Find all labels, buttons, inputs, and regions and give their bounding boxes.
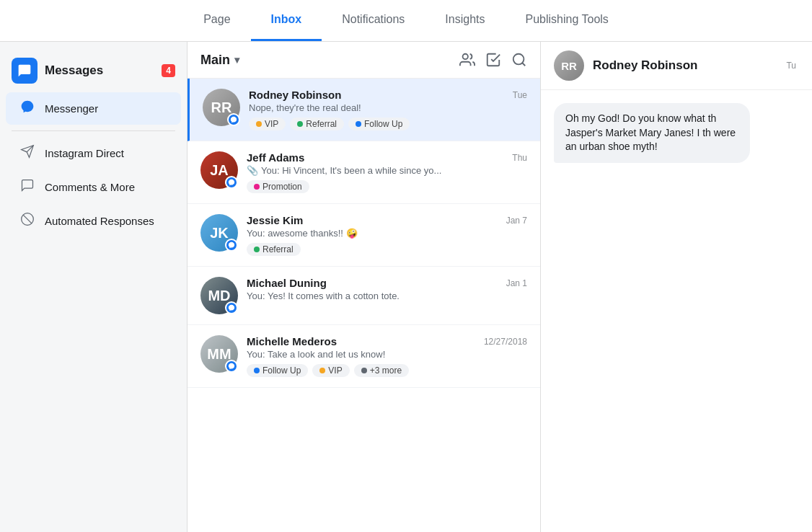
tag: VIP [249,118,286,130]
inbox-title[interactable]: Main ▾ [200,53,239,68]
conv-preview: You: awesome thanks!! 🤪 [247,228,527,239]
conv-preview: You: Yes! It comes with a cotton tote. [247,291,527,301]
sidebar-header: Messages 4 [0,50,187,91]
conv-name: Jeff Adams [247,151,304,164]
tag: Referral [290,118,344,130]
conv-name: Rodney Robinson [249,89,341,101]
search-icon-button[interactable] [511,52,527,68]
conv-content: Jessie Kim Jan 7 You: awesome thanks!! 🤪… [247,214,527,256]
tab-notifications[interactable]: Notifications [322,0,425,41]
messages-badge: 4 [162,64,175,77]
avatar-wrap: RR [203,89,240,126]
avatar-wrap: MM [200,335,238,373]
tab-page[interactable]: Page [183,0,250,41]
sidebar-divider [12,130,175,131]
sidebar-item-messenger[interactable]: Messenger [6,92,181,125]
conversation-item[interactable]: JK Jessie Kim Jan 7 You: awesome thanks!… [187,204,540,267]
people-icon-button[interactable] [459,52,475,68]
tag: Referral [247,243,301,256]
conv-time: Thu [512,153,527,163]
contact-avatar: RR [554,50,584,81]
conversation-item[interactable]: RR Rodney Robinson Tue Nope, they're the… [187,79,540,141]
conv-preview: 📎You: Hi Vincent, It's been a while sinc… [247,165,527,176]
messages-icon-box [12,58,37,84]
conv-tags: Referral [247,243,527,256]
messenger-icon [19,99,36,118]
sidebar: Messages 4 Messenger Instagram Direct Co… [0,42,187,532]
svg-line-3 [23,215,32,223]
tag: VIP [312,364,349,377]
avatar-wrap: MD [200,277,238,314]
conv-top: Michelle Mederos 12/27/2018 [247,335,527,347]
top-nav: PageInboxNotificationsInsightsPublishing… [0,0,812,42]
avatar-wrap: JA [200,151,238,189]
right-time-label: Tu [786,61,799,71]
tab-publishing-tools[interactable]: Publishing Tools [506,0,629,41]
tag: Promotion [247,180,309,193]
conv-top: Jeff Adams Thu [247,151,527,164]
tab-inbox[interactable]: Inbox [251,0,322,41]
check-icon-button[interactable] [485,52,501,68]
inbox-actions [459,52,527,68]
conv-time: 12/27/2018 [484,337,527,347]
conversation-list: RR Rodney Robinson Tue Nope, they're the… [187,79,540,532]
messages-area: Oh my God! Do you know what th Jasper's … [541,90,812,532]
conv-preview: You: Take a look and let us know! [247,349,527,360]
comments-more-icon [19,178,36,196]
sidebar-items: Messenger Instagram Direct Comments & Mo… [0,92,187,237]
contact-name: Rodney Robinson [593,58,697,73]
conversation-item[interactable]: MM Michelle Mederos 12/27/2018 You: Take… [187,325,540,388]
svg-point-5 [513,54,524,65]
sidebar-title: Messages [45,63,103,78]
tag: Follow Up [348,118,410,130]
right-panel: RR Rodney Robinson Tu Oh my God! Do you … [541,42,812,532]
messenger-badge-icon [227,113,240,126]
conv-time: Tue [513,90,527,100]
inbox-title-text: Main [200,53,230,68]
message-bubble: Oh my God! Do you know what th Jasper's … [554,103,750,163]
conv-tags: Promotion [247,180,527,193]
instagram-direct-label: Instagram Direct [45,147,124,159]
conv-name: Michelle Mederos [247,335,337,347]
inbox-header: Main ▾ [187,42,540,79]
conv-tags: Follow Up VIP +3 more [247,364,527,377]
avatar-wrap: JK [200,214,238,252]
conv-content: Rodney Robinson Tue Nope, they're the re… [249,89,527,130]
conv-content: Jeff Adams Thu 📎You: Hi Vincent, It's be… [247,151,527,193]
conv-tags: VIP Referral Follow Up [249,118,527,130]
tag: Follow Up [247,364,308,377]
sidebar-item-instagram-direct[interactable]: Instagram Direct [6,137,181,169]
sidebar-item-automated-responses[interactable]: Automated Responses [6,205,181,237]
right-panel-header: RR Rodney Robinson Tu [541,42,812,90]
messenger-badge-icon [225,301,238,314]
conv-name: Jessie Kim [247,214,303,226]
conversation-item[interactable]: JA Jeff Adams Thu 📎You: Hi Vincent, It's… [187,141,540,204]
instagram-direct-icon [19,144,36,162]
tab-insights[interactable]: Insights [425,0,505,41]
conv-time: Jan 7 [506,216,527,226]
conv-top: Michael Duning Jan 1 [247,277,527,289]
conv-top: Jessie Kim Jan 7 [247,214,527,226]
comments-more-label: Comments & More [45,181,135,193]
messenger-badge-icon [225,239,238,252]
conversation-item[interactable]: MD Michael Duning Jan 1 You: Yes! It com… [187,267,540,325]
automated-responses-icon [19,212,36,230]
messenger-badge-icon [225,176,238,189]
top-nav-tabs: PageInboxNotificationsInsightsPublishing… [183,0,629,41]
conv-content: Michael Duning Jan 1 You: Yes! It comes … [247,277,527,301]
inbox-panel: Main ▾ [187,42,541,532]
chevron-down-icon: ▾ [234,54,239,66]
svg-point-4 [463,54,468,59]
messenger-label: Messenger [45,102,98,115]
conv-content: Michelle Mederos 12/27/2018 You: Take a … [247,335,527,377]
messenger-badge-icon [225,360,238,373]
tag: +3 more [354,364,409,377]
conv-name: Michael Duning [247,277,327,289]
conv-preview: Nope, they're the real deal! [249,102,527,113]
automated-responses-label: Automated Responses [45,215,154,227]
main-layout: Messages 4 Messenger Instagram Direct Co… [0,42,812,532]
sidebar-item-comments-more[interactable]: Comments & More [6,171,181,203]
conv-top: Rodney Robinson Tue [249,89,527,101]
conv-time: Jan 1 [506,278,527,288]
